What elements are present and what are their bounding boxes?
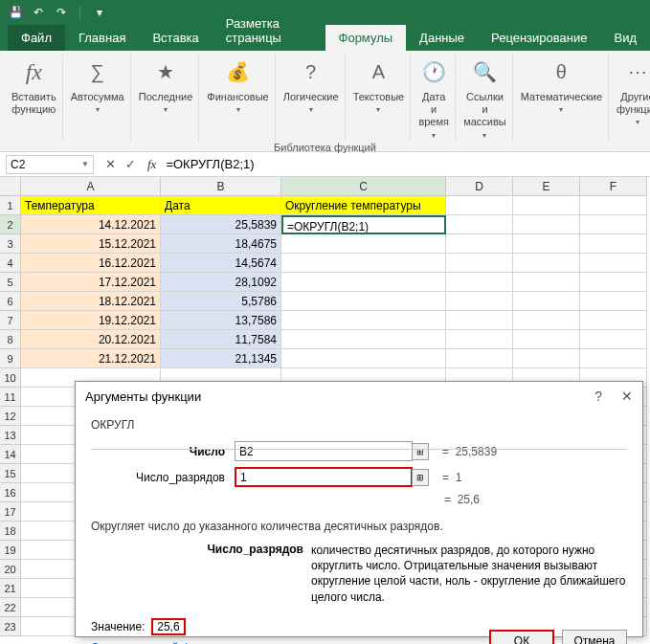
arg-digits-input[interactable]: [235, 467, 413, 487]
row-header[interactable]: 7: [0, 311, 21, 330]
row-header[interactable]: 13: [0, 426, 21, 445]
cell[interactable]: [580, 215, 647, 234]
cell[interactable]: 18.12.2021: [21, 292, 161, 311]
cell[interactable]: [446, 196, 513, 215]
tab-page-layout[interactable]: Разметка страницы: [213, 11, 325, 51]
col-header-d[interactable]: D: [446, 177, 513, 196]
autosum-button[interactable]: ∑ Автосумма▾: [65, 55, 131, 142]
row-header[interactable]: 9: [0, 349, 21, 368]
formula-input[interactable]: [164, 155, 650, 173]
name-box[interactable]: C2 ▼: [6, 155, 94, 174]
qat-customize-icon[interactable]: ▾: [90, 3, 109, 22]
select-all-corner[interactable]: [0, 177, 21, 196]
cell[interactable]: [513, 215, 580, 234]
row-header[interactable]: 6: [0, 292, 21, 311]
cell[interactable]: [580, 311, 647, 330]
close-icon[interactable]: ✕: [621, 389, 633, 404]
cell[interactable]: [580, 273, 647, 292]
cell[interactable]: [513, 349, 580, 368]
row-header[interactable]: 2: [0, 215, 21, 234]
tab-formulas[interactable]: Формулы: [325, 25, 407, 51]
cell[interactable]: [281, 292, 446, 311]
row-header[interactable]: 4: [0, 254, 21, 273]
text-button[interactable]: A Текстовые▾: [347, 55, 412, 142]
cell[interactable]: 28,1092: [161, 273, 281, 292]
col-header-b[interactable]: B: [161, 177, 281, 196]
cell[interactable]: [580, 330, 647, 349]
cell[interactable]: [446, 234, 513, 254]
datetime-button[interactable]: 🕐 Дата и время▾: [413, 55, 456, 142]
cell[interactable]: 16.12.2021: [21, 254, 161, 273]
cell[interactable]: [446, 349, 513, 368]
tab-insert[interactable]: Вставка: [139, 25, 212, 51]
cell[interactable]: 18,4675: [161, 234, 281, 254]
cancel-formula-icon[interactable]: ✕: [105, 157, 116, 171]
cell[interactable]: [281, 234, 446, 254]
cell[interactable]: [281, 311, 446, 330]
redo-icon[interactable]: ↷: [52, 3, 71, 22]
cell[interactable]: [580, 234, 647, 254]
cell[interactable]: 19.12.2021: [21, 311, 161, 330]
cell[interactable]: [513, 196, 580, 215]
cell[interactable]: [281, 330, 446, 349]
cell[interactable]: [580, 349, 647, 368]
cell[interactable]: Температура: [21, 196, 161, 215]
cell[interactable]: 15.12.2021: [21, 234, 161, 254]
cell[interactable]: [281, 254, 446, 273]
row-header[interactable]: 19: [0, 541, 21, 560]
cell[interactable]: [580, 292, 647, 311]
row-header[interactable]: 8: [0, 330, 21, 349]
cell[interactable]: Дата: [161, 196, 281, 215]
cell[interactable]: [446, 292, 513, 311]
row-header[interactable]: 5: [0, 273, 21, 292]
row-header[interactable]: 3: [0, 234, 21, 254]
cell[interactable]: [446, 330, 513, 349]
cell[interactable]: 25,5839: [161, 215, 281, 234]
cancel-button[interactable]: Отмена: [562, 630, 627, 644]
cell[interactable]: [580, 254, 647, 273]
cell[interactable]: 21.12.2021: [21, 349, 161, 368]
chevron-down-icon[interactable]: ▼: [81, 160, 89, 168]
row-header[interactable]: 15: [0, 464, 21, 483]
tab-review[interactable]: Рецензирование: [478, 25, 600, 51]
col-header-a[interactable]: A: [21, 177, 161, 196]
tab-data[interactable]: Данные: [406, 25, 478, 51]
row-header[interactable]: 14: [0, 445, 21, 464]
cell[interactable]: [513, 273, 580, 292]
cell[interactable]: [281, 349, 446, 368]
undo-icon[interactable]: ↶: [29, 3, 48, 22]
cell[interactable]: Округление температуры: [281, 196, 446, 215]
cell[interactable]: [446, 273, 513, 292]
cell[interactable]: 17.12.2021: [21, 273, 161, 292]
cell[interactable]: [513, 234, 580, 254]
tab-home[interactable]: Главная: [65, 25, 139, 51]
row-header[interactable]: 1: [0, 196, 21, 215]
cell[interactable]: [446, 215, 513, 234]
tab-file[interactable]: Файл: [8, 25, 65, 51]
cell[interactable]: [513, 311, 580, 330]
cell[interactable]: 14.12.2021: [21, 215, 161, 234]
cell[interactable]: 21,1345: [161, 349, 281, 368]
cell[interactable]: 11,7584: [161, 330, 281, 349]
math-button[interactable]: θ Математические▾: [515, 55, 609, 142]
row-header[interactable]: 22: [0, 598, 21, 617]
row-header[interactable]: 11: [0, 388, 21, 407]
recent-functions-button[interactable]: ★ Последние▾: [133, 55, 200, 142]
fx-icon[interactable]: fx: [147, 157, 156, 172]
cell[interactable]: [513, 330, 580, 349]
cell[interactable]: 5,5786: [161, 292, 281, 311]
tab-view[interactable]: Вид: [600, 25, 650, 51]
help-icon[interactable]: ?: [594, 389, 602, 404]
cell[interactable]: [446, 254, 513, 273]
accept-formula-icon[interactable]: ✓: [125, 157, 136, 171]
cell[interactable]: [446, 311, 513, 330]
range-picker-icon[interactable]: ⊞: [412, 469, 429, 486]
col-header-f[interactable]: F: [580, 177, 647, 196]
financial-button[interactable]: 💰 Финансовые▾: [201, 55, 275, 142]
row-header[interactable]: 20: [0, 560, 21, 579]
row-header[interactable]: 23: [0, 617, 21, 636]
col-header-c[interactable]: C: [281, 177, 446, 196]
cell[interactable]: [281, 273, 446, 292]
arg-number-input[interactable]: [235, 441, 413, 461]
more-functions-button[interactable]: ⋯ Другие функции▾: [611, 55, 650, 142]
